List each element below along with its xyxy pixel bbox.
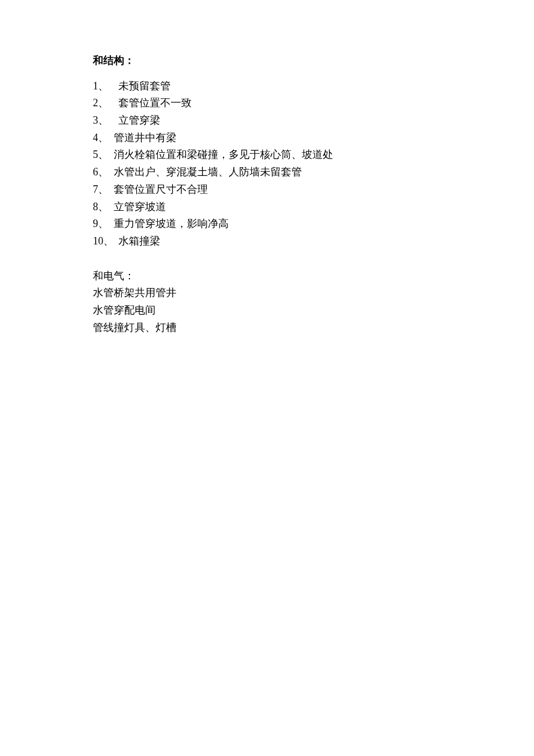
section-spacer [93,250,447,268]
list-text: 未预留套管 [118,78,171,95]
list-text: 重力管穿坡道，影响净高 [114,215,229,233]
list-item: 4、 管道井中有梁 [93,129,447,147]
section1-heading: 和结构： [93,52,447,70]
section2-line: 水管桥架共用管井 [93,285,447,302]
list-item: 7、 套管位置尺寸不合理 [93,181,447,199]
list-number: 10、 [93,233,118,250]
list-item: 2、 套管位置不一致 [93,95,447,112]
list-number: 6、 [93,164,114,181]
list-text: 套管位置尺寸不合理 [114,181,208,199]
list-number: 7、 [93,181,114,199]
list-item: 10、 水箱撞梁 [93,233,447,250]
list-text: 水箱撞梁 [118,233,160,250]
list-number: 4、 [93,129,114,147]
list-number: 8、 [93,199,114,216]
section2-line: 管线撞灯具、灯槽 [93,319,447,337]
section2-heading: 和电气： [93,268,447,285]
list-number: 5、 [93,146,114,164]
list-number: 1、 [93,78,118,95]
list-number: 9、 [93,215,114,233]
list-item: 6、 水管出户、穿混凝土墙、人防墙未留套管 [93,164,447,181]
list-text: 立管穿梁 [118,112,160,129]
list-number: 2、 [93,95,118,112]
list-text: 管道井中有梁 [114,129,176,147]
list-number: 3、 [93,112,118,129]
list-item: 1、 未预留套管 [93,78,447,95]
list-item: 9、 重力管穿坡道，影响净高 [93,215,447,233]
section2-line: 水管穿配电间 [93,302,447,319]
list-text: 消火栓箱位置和梁碰撞，多见于核心筒、坡道处 [114,146,333,164]
list-item: 5、 消火栓箱位置和梁碰撞，多见于核心筒、坡道处 [93,146,447,164]
list-item: 8、 立管穿坡道 [93,199,447,216]
list-text: 水管出户、穿混凝土墙、人防墙未留套管 [114,164,302,181]
list-text: 立管穿坡道 [114,199,166,216]
list-text: 套管位置不一致 [118,95,192,112]
list-item: 3、 立管穿梁 [93,112,447,129]
